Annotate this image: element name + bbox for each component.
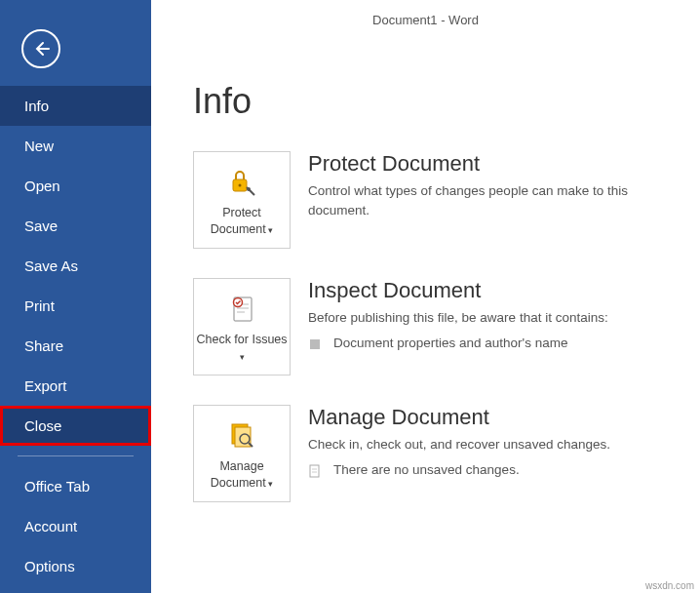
svg-point-2 xyxy=(247,187,251,191)
main-panel: Document1 - Word Info Protect Document P… xyxy=(151,0,700,593)
dropdown-indicator-icon xyxy=(240,349,245,363)
section-manage: Manage Document Manage Document Check in… xyxy=(193,405,700,502)
section-inspect: Check for Issues Inspect Document Before… xyxy=(193,278,700,376)
nav-new[interactable]: New xyxy=(0,126,151,166)
protect-desc: Control what types of changes people can… xyxy=(308,181,688,219)
nav-options[interactable]: Options xyxy=(0,546,151,586)
nav-close[interactable]: Close xyxy=(0,406,151,446)
nav-divider xyxy=(18,455,134,456)
document-check-icon xyxy=(225,290,258,329)
bullet-square-icon xyxy=(308,337,322,351)
inspect-bullet-text: Document properties and author's name xyxy=(333,336,567,350)
manage-document-tile[interactable]: Manage Document xyxy=(193,405,291,502)
manage-bullet-text: There are no unsaved changes. xyxy=(333,462,520,477)
back-arrow-icon xyxy=(31,39,51,59)
document-magnify-icon xyxy=(225,416,258,455)
manage-desc: Check in, check out, and recover unsaved… xyxy=(308,435,688,455)
svg-rect-5 xyxy=(310,339,320,349)
dropdown-indicator-icon xyxy=(266,476,274,490)
inspect-bullet: Document properties and author's name xyxy=(308,336,688,351)
protect-document-tile[interactable]: Protect Document xyxy=(193,151,291,249)
svg-rect-9 xyxy=(310,465,319,477)
nav-share[interactable]: Share xyxy=(0,326,151,366)
protect-title: Protect Document xyxy=(308,151,688,177)
nav-open[interactable]: Open xyxy=(0,166,151,206)
protect-tile-label: Protect Document xyxy=(196,205,288,237)
window-title: Document1 - Word xyxy=(151,0,700,27)
nav-export[interactable]: Export xyxy=(0,366,151,406)
nav-print[interactable]: Print xyxy=(0,286,151,326)
manage-bullet: There are no unsaved changes. xyxy=(308,462,688,478)
nav-office-tab[interactable]: Office Tab xyxy=(0,466,151,506)
back-button[interactable] xyxy=(21,29,60,68)
inspect-title: Inspect Document xyxy=(308,278,688,303)
inspect-tile-label: Check for Issues xyxy=(196,332,288,364)
section-protect: Protect Document Protect Document Contro… xyxy=(193,151,700,249)
nav-account[interactable]: Account xyxy=(0,506,151,546)
page-title: Info xyxy=(193,81,700,122)
lock-icon xyxy=(225,163,258,202)
manage-tile-label: Manage Document xyxy=(196,458,288,491)
check-for-issues-tile[interactable]: Check for Issues xyxy=(193,278,291,376)
svg-point-1 xyxy=(239,184,242,187)
watermark: wsxdn.com xyxy=(645,580,694,591)
backstage-sidebar: Info New Open Save Save As Print Share E… xyxy=(0,0,151,593)
nav-save-as[interactable]: Save As xyxy=(0,246,151,286)
nav-info[interactable]: Info xyxy=(0,86,151,126)
document-small-icon xyxy=(308,464,322,478)
manage-title: Manage Document xyxy=(308,405,688,430)
inspect-desc: Before publishing this file, be aware th… xyxy=(308,308,688,328)
nav-save[interactable]: Save xyxy=(0,206,151,246)
dropdown-indicator-icon xyxy=(266,222,274,236)
